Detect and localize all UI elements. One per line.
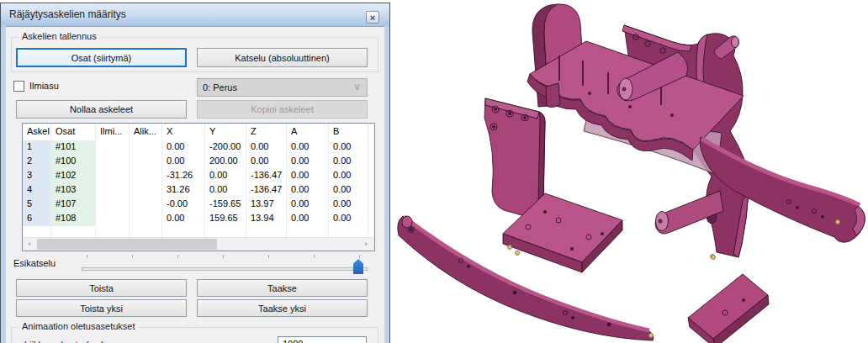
toista-button[interactable]: Toista <box>16 279 187 297</box>
column-header: B <box>329 124 368 140</box>
table-cell[interactable] <box>130 155 162 169</box>
preview-label: Esikatselu <box>13 258 56 268</box>
table-cell[interactable]: 0.00 <box>287 183 329 198</box>
table-hscrollbar[interactable]: ‹ › <box>23 237 374 251</box>
column-header: A <box>287 124 329 140</box>
table-cell[interactable]: 0.00 <box>287 198 329 212</box>
steps-table[interactable]: AskelOsatIlmi...Alik...XYZAB1#1010.00-20… <box>22 123 375 251</box>
toista-yksi-button[interactable]: Toista yksi <box>16 299 187 317</box>
katselu-button[interactable]: Katselu (absoluuttinen) <box>197 48 368 67</box>
nollaa-button[interactable]: Nollaa askeleet <box>16 100 187 119</box>
table-cell[interactable]: 200.00 <box>205 155 246 169</box>
table-cell[interactable]: 0.00 <box>246 155 287 169</box>
table-cell[interactable]: 0.00 <box>287 140 329 155</box>
table-row[interactable]: 6#1080.00159.6513.940.000.00 <box>23 212 374 226</box>
table-row[interactable]: 2#1000.00200.000.000.000.00 <box>23 155 374 169</box>
table-cell[interactable]: 0.00 <box>162 140 205 155</box>
table-cell[interactable]: #107 <box>51 198 96 212</box>
table-cell[interactable] <box>130 212 162 226</box>
table-cell[interactable]: #108 <box>51 212 96 226</box>
column-header: Y <box>205 124 246 140</box>
table-cell[interactable]: 0.00 <box>287 155 329 169</box>
table-cell[interactable]: 1 <box>23 140 51 155</box>
table-cell[interactable]: 0.00 <box>287 212 329 226</box>
preview-slider-thumb[interactable] <box>353 259 363 274</box>
table-row[interactable]: 1#1010.00-200.000.000.000.00 <box>23 140 374 155</box>
slider-tick <box>314 255 315 258</box>
animation-duration-label: Liikkeen kesto (ms) <box>24 340 104 343</box>
table-row[interactable]: 5#107-0.00-159.6513.970.000.00 <box>23 198 374 212</box>
table-cell[interactable]: 159.65 <box>205 212 246 226</box>
table-cell[interactable] <box>96 169 130 183</box>
table-cell[interactable] <box>96 183 130 198</box>
table-cell[interactable]: 3 <box>23 169 51 183</box>
table-cell[interactable]: 0.00 <box>205 169 246 183</box>
table-cell[interactable]: -0.00 <box>162 198 205 212</box>
table-cell[interactable]: 0.00 <box>162 155 205 169</box>
table-cell[interactable] <box>130 169 162 183</box>
table-cell[interactable]: -136.47 <box>246 183 287 198</box>
table-cell[interactable]: 0.00 <box>329 183 368 198</box>
osat-button[interactable]: Osat (siirtymä) <box>16 48 187 67</box>
table-cell[interactable]: 5 <box>23 198 51 212</box>
scroll-left-icon[interactable]: ‹ <box>23 238 36 251</box>
hscroll-thumb[interactable] <box>37 239 217 250</box>
taakse-yksi-button[interactable]: Taakse yksi <box>197 299 368 317</box>
phase-dropdown[interactable]: 0: Perus ∨ <box>197 78 368 97</box>
model-part-left-side-panel[interactable] <box>484 98 545 216</box>
table-cell[interactable]: 13.97 <box>246 198 287 212</box>
taakse-button[interactable]: Taakse <box>197 279 368 297</box>
table-cell[interactable]: #100 <box>51 155 96 169</box>
column-header: Alik... <box>130 124 162 140</box>
table-cell[interactable]: 0.00 <box>246 140 287 155</box>
table-cell[interactable] <box>130 140 162 155</box>
table-cell[interactable]: 0.00 <box>329 169 368 183</box>
ilmiasu-checkbox[interactable] <box>13 81 24 92</box>
table-cell[interactable]: 6 <box>23 212 51 226</box>
model-part-right-footrest[interactable] <box>688 256 769 343</box>
table-cell[interactable]: 13.94 <box>246 212 287 226</box>
table-cell[interactable] <box>130 198 162 212</box>
preview-slider-track[interactable] <box>82 267 368 271</box>
close-icon[interactable]: × <box>366 11 379 24</box>
column-header: Askel <box>23 124 51 140</box>
table-cell[interactable]: 4 <box>23 183 51 198</box>
slider-tick <box>132 255 133 258</box>
table-cell[interactable]: 0.00 <box>287 169 329 183</box>
table-cell[interactable]: -31.26 <box>162 169 205 183</box>
chevron-down-icon: ∨ <box>353 81 361 92</box>
table-cell[interactable]: -136.47 <box>246 169 287 183</box>
dialog-titlebar[interactable]: Räjäytysaskelien määritys × <box>1 3 389 26</box>
table-cell[interactable]: 0.00 <box>329 155 368 169</box>
table-cell[interactable]: #102 <box>51 169 96 183</box>
dialog-title: Räjäytysaskelien määritys <box>9 8 126 20</box>
table-cell[interactable]: -159.65 <box>205 198 246 212</box>
column-header: Osat <box>51 124 96 140</box>
slider-tick <box>87 255 87 258</box>
table-cell[interactable]: 0.00 <box>162 212 205 226</box>
table-cell[interactable] <box>96 140 130 155</box>
table-cell[interactable]: -200.00 <box>205 140 246 155</box>
table-row[interactable]: 3#102-31.260.00-136.470.000.00 <box>23 169 374 183</box>
table-cell[interactable]: 0.00 <box>329 140 368 155</box>
slider-tick <box>268 255 269 258</box>
column-header: Ilmi... <box>96 124 130 140</box>
scroll-right-icon[interactable]: › <box>359 238 373 251</box>
cad-3d-viewport[interactable] <box>395 0 868 343</box>
slider-tick <box>177 255 178 258</box>
animation-duration-input[interactable]: 1000 <box>278 336 367 343</box>
table-cell[interactable]: 0.00 <box>205 183 246 198</box>
table-cell[interactable]: #101 <box>51 140 96 155</box>
table-cell[interactable]: 2 <box>23 155 51 169</box>
table-cell[interactable] <box>96 212 130 226</box>
table-cell[interactable]: #103 <box>51 183 96 198</box>
table-cell[interactable] <box>96 198 130 212</box>
table-header-row: AskelOsatIlmi...Alik...XYZAB <box>23 124 374 140</box>
kopioi-button: Kopioi askeleet <box>197 100 368 119</box>
table-cell[interactable]: 0.00 <box>329 198 368 212</box>
table-row[interactable]: 4#10331.260.00-136.470.000.00 <box>23 183 374 198</box>
table-cell[interactable]: 31.26 <box>162 183 205 198</box>
table-cell[interactable] <box>130 183 162 198</box>
table-cell[interactable] <box>96 155 130 169</box>
table-cell[interactable]: 0.00 <box>329 212 368 226</box>
